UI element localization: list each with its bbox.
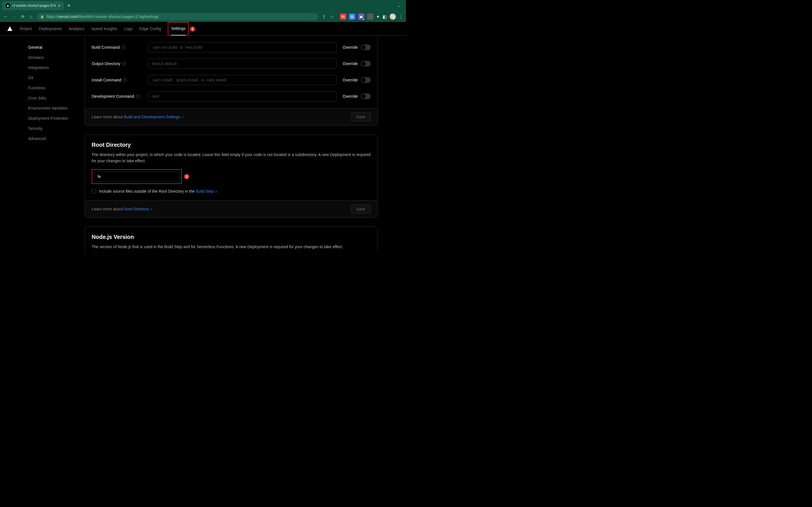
input-install-command[interactable]: [148, 75, 337, 85]
toggle-output-directory[interactable]: [361, 61, 371, 66]
label-install-command: Install Command ?: [92, 78, 142, 82]
back-button[interactable]: ←: [3, 14, 8, 19]
url-text: https://vercel.com/likenttt/cf-worker-sh…: [47, 14, 159, 19]
root-card-footer: Learn more about Root Directory↗ Save: [85, 200, 377, 217]
nav-edge-config[interactable]: Edge Config: [139, 22, 161, 36]
row-dev-command: Development Command ? Override: [92, 91, 371, 101]
sidebar-item-integrations[interactable]: Integrations: [28, 62, 78, 73]
root-dir-title: Root Directory: [92, 142, 371, 148]
address-bar: ← → ⟳ ⌂ 🔒 https://vercel.com/likenttt/cf…: [0, 11, 406, 22]
forward-button[interactable]: →: [11, 14, 17, 19]
row-include-outside: Include source files outside of the Root…: [92, 189, 371, 193]
bookmark-icon[interactable]: ☆: [329, 14, 335, 19]
annotation-badge-1: 1: [190, 26, 195, 32]
tabs-overflow-icon[interactable]: ⌄: [398, 4, 400, 8]
save-root-button[interactable]: Save: [351, 205, 371, 214]
external-link-icon: ↗: [181, 115, 184, 119]
toggle-install-command[interactable]: [361, 77, 371, 83]
annotation-highlight-2: 2: [92, 169, 182, 184]
root-dir-desc: The directory within your project, in wh…: [92, 152, 371, 164]
input-output-directory[interactable]: [148, 59, 337, 69]
label-dev-command: Development Command ?: [92, 94, 142, 99]
nav-deployments[interactable]: Deployments: [39, 22, 62, 36]
lock-icon: 🔒: [40, 15, 44, 18]
node-title: Node.js Version: [92, 234, 371, 240]
nav-project[interactable]: Project: [20, 22, 32, 36]
link-root-directory[interactable]: Root Directory↗: [124, 207, 152, 211]
share-icon[interactable]: ⇪: [321, 14, 326, 19]
top-nav: Project Deployments Analytics Speed Insi…: [0, 22, 406, 36]
settings-sidebar: General Domains Integrations Git Functio…: [0, 36, 85, 253]
annotation-badge-2: 2: [184, 174, 189, 179]
profile-avatar[interactable]: [390, 13, 396, 20]
home-button[interactable]: ⌂: [28, 14, 34, 19]
override-dev-command: Override: [343, 94, 371, 99]
save-build-button[interactable]: Save: [351, 112, 371, 121]
input-build-command[interactable]: [148, 42, 337, 52]
reload-button[interactable]: ⟳: [20, 14, 26, 19]
help-icon[interactable]: ?: [121, 45, 125, 49]
override-build-command: Override: [343, 45, 371, 50]
sidepanel-icon[interactable]: ◧: [383, 14, 387, 19]
label-output-directory: Output Directory ?: [92, 61, 142, 66]
toggle-dev-command[interactable]: [361, 94, 371, 99]
help-icon[interactable]: ?: [136, 94, 140, 98]
nav-settings[interactable]: Settings: [171, 22, 186, 36]
browser-chrome: cf-worker-shorturl-pages-574 × + ⌄ ← → ⟳…: [0, 0, 406, 22]
external-link-icon: ↗: [214, 190, 217, 193]
nav-logs[interactable]: Logs: [124, 22, 133, 36]
root-directory-card: Root Directory The directory within your…: [85, 135, 378, 218]
nav-analytics[interactable]: Analytics: [68, 22, 84, 36]
favicon-vercel-icon: [6, 3, 10, 8]
tab-bar: cf-worker-shorturl-pages-574 × + ⌄: [0, 0, 406, 11]
sidebar-item-deployment-protection[interactable]: Deployment Protection: [28, 113, 78, 123]
sidebar-item-functions[interactable]: Functions: [28, 83, 78, 93]
extension-translate-icon[interactable]: G: [349, 13, 355, 20]
checkbox-label: Include source files outside of the Root…: [99, 189, 218, 193]
sidebar-item-security[interactable]: Security: [28, 123, 78, 133]
row-output-directory: Output Directory ? Override: [92, 59, 371, 69]
help-icon[interactable]: ?: [123, 78, 127, 82]
build-card-footer: Learn more about Build and Development S…: [85, 108, 377, 125]
main-content: Build Command ? Override Output Director…: [85, 36, 406, 253]
extension-gray-icon[interactable]: [367, 13, 373, 20]
row-install-command: Install Command ? Override: [92, 75, 371, 85]
menu-kebab-icon[interactable]: ⋮: [399, 14, 403, 19]
build-settings-card: Build Command ? Override Output Director…: [85, 36, 378, 126]
close-tab-icon[interactable]: ×: [58, 3, 60, 8]
annotation-highlight-1: Settings 1: [168, 22, 189, 36]
url-input[interactable]: 🔒 https://vercel.com/likenttt/cf-worker-…: [37, 13, 318, 20]
sidebar-item-advanced[interactable]: Advanced: [28, 133, 78, 144]
sidebar-item-domains[interactable]: Domains: [28, 52, 78, 62]
label-build-command: Build Command ?: [92, 45, 142, 50]
page-body: General Domains Integrations Git Functio…: [0, 36, 406, 253]
extension-icons: FE G ◆15 ✦ ◧ ⋮: [340, 13, 403, 20]
link-build-dev-settings[interactable]: Build and Development Settings↗: [124, 115, 183, 119]
node-desc: The version of Node.js that is used in t…: [92, 244, 371, 250]
input-dev-command[interactable]: [148, 91, 337, 101]
vercel-logo-icon[interactable]: [7, 25, 13, 32]
root-footer-text: Learn more about Root Directory↗: [92, 207, 153, 211]
sidebar-item-git[interactable]: Git: [28, 73, 78, 83]
row-build-command: Build Command ? Override: [92, 42, 371, 52]
link-build-step[interactable]: Build Step↗: [196, 189, 217, 193]
nodejs-version-card: Node.js Version The version of Node.js t…: [85, 227, 378, 253]
toggle-build-command[interactable]: [361, 45, 371, 50]
extension-purple-icon[interactable]: ◆15: [358, 13, 364, 20]
extension-fe-icon[interactable]: FE: [340, 13, 346, 20]
external-link-icon: ↗: [150, 208, 153, 211]
sidebar-item-env-vars[interactable]: Environment Variables: [28, 103, 78, 113]
sidebar-item-cron-jobs[interactable]: Cron Jobs: [28, 93, 78, 103]
sidebar-item-general[interactable]: General: [28, 42, 78, 52]
override-install-command: Override: [343, 77, 371, 83]
override-output-directory: Override: [343, 61, 371, 66]
nav-speed-insights[interactable]: Speed Insights: [91, 22, 117, 36]
help-icon[interactable]: ?: [122, 62, 126, 66]
tab-title: cf-worker-shorturl-pages-574: [12, 4, 56, 8]
build-footer-text: Learn more about Build and Development S…: [92, 115, 184, 119]
input-root-directory[interactable]: [94, 172, 180, 182]
browser-tab[interactable]: cf-worker-shorturl-pages-574 ×: [2, 1, 64, 10]
new-tab-button[interactable]: +: [67, 3, 70, 9]
checkbox-include-outside[interactable]: [92, 189, 96, 193]
extensions-puzzle-icon[interactable]: ✦: [376, 14, 380, 19]
